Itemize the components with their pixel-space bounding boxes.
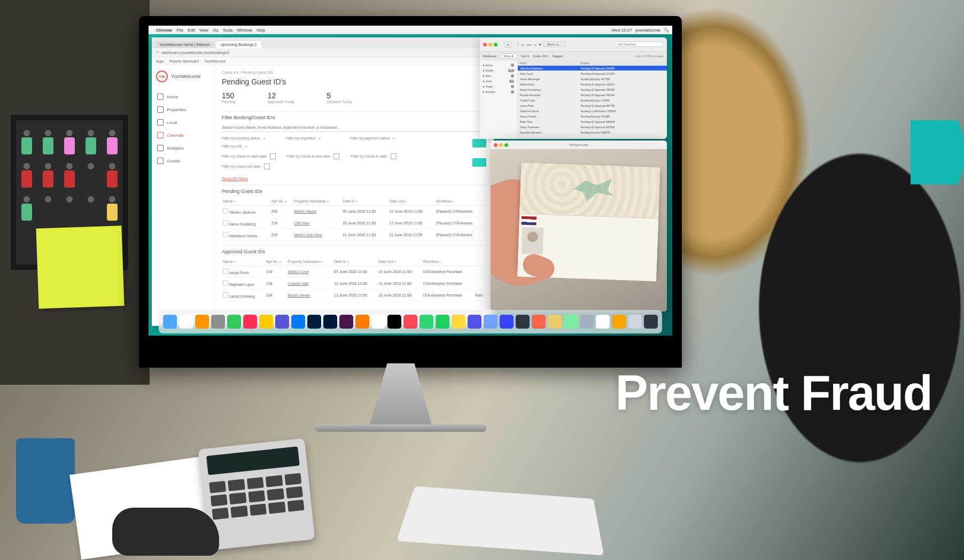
filter-select[interactable]: Filter by check-in start date [222, 153, 276, 159]
sidebar-item-home[interactable]: Home [156, 91, 209, 103]
mail-message-row[interactable]: Valentina BasilикоvPending ID Approval 2… [518, 66, 667, 71]
close-icon[interactable] [494, 143, 497, 147]
table-col-header[interactable]: Workflow ▾ [422, 258, 474, 266]
reply-button[interactable]: ↩ [522, 43, 524, 46]
table-row[interactable]: Maddison Hobbs234Malibu Sea View11 June … [222, 229, 486, 241]
flag-button[interactable]: ⚑ [539, 43, 541, 46]
sidebar-item-guests[interactable]: Guests [156, 155, 209, 167]
minimize-icon[interactable] [488, 43, 492, 46]
dock-app-icon[interactable] [291, 315, 305, 329]
mail-drafts-button[interactable]: Drafts (0) ▾ [533, 55, 548, 58]
mail-col-subject[interactable]: Subject [581, 61, 590, 65]
dock-app-icon[interactable] [387, 315, 401, 329]
filter-select[interactable]: Filter by originator▾ [286, 136, 339, 140]
menubar-item[interactable]: Edit [188, 28, 195, 33]
browser-tab[interactable]: YourWelcome Home | Welcom [155, 41, 214, 48]
menubar-item[interactable]: Tools [223, 28, 233, 33]
dock-app-icon[interactable] [564, 315, 578, 329]
zoom-icon[interactable] [494, 43, 497, 46]
table-col-header[interactable]: Date Out ▾ [388, 197, 434, 206]
filter-select[interactable]: Filter by payment status▾ [350, 136, 403, 140]
filter-select[interactable]: Filter by check-out date [222, 164, 275, 169]
table-row[interactable]: Steven Jackson456Beach Haven09 June 2020… [222, 206, 486, 217]
table-col-header[interactable]: Apt No. ▾ [270, 197, 293, 206]
table-col-header[interactable]: Name ▾ [222, 258, 265, 266]
reply-all-button[interactable]: ↩↩ [526, 43, 532, 46]
filter-select[interactable]: Filter by risk▾ [222, 144, 275, 148]
table-col-header[interactable]: Date In ▾ [341, 197, 388, 206]
dock-app-icon[interactable] [179, 315, 193, 329]
dock-app-icon[interactable] [548, 315, 562, 329]
dock-app-icon[interactable] [532, 315, 546, 329]
dock-app-icon[interactable] [323, 315, 337, 329]
mailbox-item[interactable]: ▸ Drafts40 [482, 68, 515, 73]
mail-message-row[interactable]: Stella HurbyPending ID Approval 118007 [518, 82, 667, 87]
mailbox-item[interactable]: ▸ Sent [482, 73, 515, 79]
menubar-item[interactable]: File [176, 28, 183, 33]
menubar-item[interactable]: Window [237, 28, 252, 33]
dock-app-icon[interactable] [612, 315, 626, 329]
dock-app-icon[interactable] [227, 315, 241, 329]
dock-app-icon[interactable] [355, 315, 369, 329]
dock-app-icon[interactable] [628, 315, 642, 329]
menubar-app-name[interactable]: Chrome [156, 28, 172, 33]
dock-app-icon[interactable] [596, 315, 610, 329]
dock-app-icon[interactable] [211, 315, 225, 329]
sidebar-item-local[interactable]: Local [156, 116, 209, 128]
dock-app-icon[interactable] [307, 315, 321, 329]
breadcrumb[interactable]: Check-ins › Pending Guest IDs [222, 71, 486, 74]
sidebar-item-calendar[interactable]: Calendar [156, 129, 209, 141]
minimize-icon[interactable] [499, 143, 503, 147]
menubar-user[interactable]: 🔍 [664, 28, 669, 33]
address-bar[interactable]: ⟳ dashboard.yourwelcome.com/bookings/2 [152, 48, 494, 57]
table-row[interactable]: Amya Finch234Malibu Cove07 June 2020 11:… [222, 266, 486, 278]
table-col-header[interactable]: Apt No. ▾ [265, 258, 287, 266]
mail-message-row[interactable]: Javier MessingerBooking Enquiry 407789 [518, 76, 667, 82]
mail-sort-button[interactable]: Sort ▾ [521, 55, 529, 58]
table-col-header[interactable]: Property Nickname ▾ [293, 197, 341, 206]
dock-app-icon[interactable] [419, 315, 433, 329]
get-mail-button[interactable]: ✉ [504, 42, 512, 48]
table-col-header[interactable]: Date In ▾ [333, 258, 377, 266]
zoom-icon[interactable] [504, 143, 508, 147]
table-row[interactable]: Raphael Lopez234Coastal Villa12 June 202… [222, 278, 486, 290]
filter-select[interactable]: Filter by check-in end date [286, 153, 340, 159]
table-col-header[interactable] [474, 258, 486, 266]
menubar-item[interactable]: View [199, 28, 208, 33]
filter-select[interactable]: Filter by booking status▾ [222, 136, 275, 140]
property-link[interactable]: Malibu Sea View [293, 229, 341, 241]
mail-message-row[interactable]: Faustina HijmechtBooking Enquiry 598078 [518, 130, 667, 135]
mail-flagged-button[interactable]: Flagged [552, 55, 563, 58]
dock-app-icon[interactable] [644, 315, 658, 329]
mail-message-row[interactable]: Nancy PorathBooking Enquiry 471565 [518, 114, 667, 119]
mail-message-row[interactable]: Peter TilesPending ID Approval 590848 [518, 119, 667, 125]
menubar-item[interactable]: Help [256, 28, 265, 33]
dock-app-icon[interactable] [243, 315, 257, 329]
menubar-clock[interactable]: yourwelcome [635, 28, 660, 33]
dock-app-icon[interactable] [371, 315, 385, 329]
dock-app-icon[interactable] [195, 315, 209, 329]
dock-app-icon[interactable] [339, 315, 353, 329]
move-to-button[interactable]: Move to… [543, 42, 565, 47]
bookmark-item[interactable]: Apps [156, 59, 164, 63]
dock-app-icon[interactable] [259, 315, 273, 329]
dock-app-icon[interactable] [452, 315, 465, 329]
menubar-item[interactable]: Go [213, 28, 219, 33]
property-link[interactable]: Beach Haven [293, 206, 341, 217]
dock-app-icon[interactable] [275, 315, 289, 329]
table-col-header[interactable]: Date Out ▾ [377, 258, 422, 266]
dock-app-icon[interactable] [403, 315, 417, 329]
search-input[interactable] [222, 123, 486, 132]
sidebar-item-properties[interactable]: Properties [156, 104, 209, 115]
dock-app-icon[interactable] [580, 315, 594, 329]
menubar-status[interactable]: Wed 10:27 [611, 28, 632, 33]
mail-message-row[interactable]: Cristià TruanBooking Enquiry 174500 [518, 98, 667, 103]
mail-message-row[interactable]: Maxim KuznetsovPending ID Approval 78929… [518, 87, 667, 92]
dock-app-icon[interactable] [516, 315, 530, 329]
mail-message-row[interactable]: Rosalie MountainPending ID Approval 7892… [518, 92, 667, 98]
mail-message-row[interactable]: Darcy KukkanenPending ID Approval 097564 [518, 125, 667, 130]
mail-col-from[interactable]: From [520, 61, 581, 65]
mail-search-input[interactable] [616, 42, 664, 47]
reset-filters-link[interactable]: Reset All Filters [222, 177, 248, 181]
property-link[interactable]: Coastal Villa [287, 278, 333, 290]
